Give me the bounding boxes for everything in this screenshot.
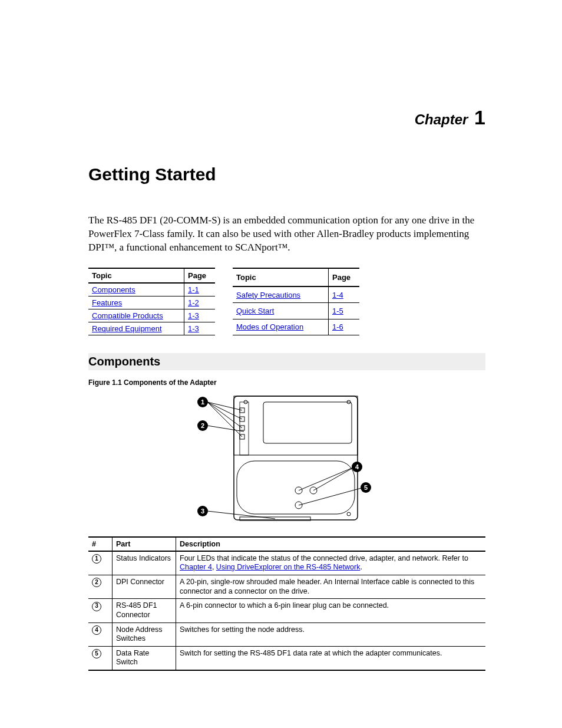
- svg-line-21: [207, 511, 275, 519]
- callout-2: 2: [197, 420, 208, 431]
- link-page[interactable]: 1-5: [332, 307, 343, 315]
- svg-line-19: [207, 402, 242, 437]
- callout-5: 5: [361, 482, 371, 493]
- link-page[interactable]: 1-4: [332, 291, 343, 299]
- row-desc: Switch for setting the RS-485 DF1 data r…: [176, 646, 486, 670]
- th-part: Part: [113, 537, 176, 551]
- link-page[interactable]: 1-6: [332, 322, 343, 331]
- row-part: Data Rate Switch: [113, 646, 176, 670]
- table-row: Quick Start 1-5: [233, 303, 359, 319]
- row-part: Node Address Switches: [113, 622, 176, 646]
- chapter-number: 1: [474, 106, 485, 129]
- table-row: Modes of Operation 1-6: [233, 319, 359, 335]
- svg-line-23: [299, 467, 355, 490]
- link-features[interactable]: Features: [92, 298, 122, 307]
- svg-point-14: [347, 512, 351, 516]
- th-num: #: [88, 537, 113, 551]
- topic-index-tables: Topic Page Components 1-1 Features 1-2 C…: [88, 268, 485, 335]
- table-row: Components 1-1: [88, 283, 215, 297]
- adapter-diagram-icon: [199, 390, 375, 526]
- section-heading-components: Components: [88, 353, 485, 370]
- th-page: Page: [329, 268, 360, 286]
- link-components[interactable]: Components: [92, 285, 135, 294]
- row-part: RS-485 DF1 Connector: [113, 599, 176, 622]
- desc-text: Four LEDs that indicate the status of th…: [180, 554, 468, 562]
- th-topic: Topic: [233, 268, 329, 286]
- table-row: 1 Status Indicators Four LEDs that indic…: [88, 551, 485, 575]
- link-page[interactable]: 1-2: [188, 298, 199, 307]
- callout-4: 4: [352, 462, 362, 472]
- row-num: 4: [92, 625, 101, 635]
- link-page[interactable]: 1-3: [188, 311, 199, 320]
- svg-rect-2: [263, 402, 352, 443]
- table-row: Compatible Products 1-3: [88, 309, 215, 322]
- link-safety-precautions[interactable]: Safety Precautions: [236, 291, 300, 299]
- table-row: Features 1-2: [88, 296, 215, 309]
- link-compatible-products[interactable]: Compatible Products: [92, 311, 163, 320]
- row-desc: A 20-pin, single-row shrouded male heade…: [176, 575, 486, 599]
- link-required-equipment[interactable]: Required Equipment: [92, 324, 162, 333]
- svg-rect-8: [237, 461, 355, 514]
- th-page: Page: [184, 268, 216, 283]
- row-part: Status Indicators: [113, 551, 176, 575]
- link-chapter-4[interactable]: Chapter 4: [180, 563, 212, 571]
- link-page[interactable]: 1-1: [188, 285, 199, 294]
- figure-caption: Figure 1.1 Components of the Adapter: [88, 378, 485, 387]
- callout-3: 3: [197, 506, 208, 516]
- svg-line-20: [207, 426, 244, 431]
- table-row: 3 RS-485 DF1 Connector A 6-pin connector…: [88, 599, 485, 622]
- svg-rect-1: [234, 396, 358, 455]
- table-row: Safety Precautions 1-4: [233, 286, 359, 303]
- table-row: Required Equipment 1-3: [88, 322, 215, 335]
- chapter-label: Chapter 1: [88, 106, 485, 129]
- row-desc: Four LEDs that indicate the status of th…: [176, 551, 486, 575]
- intro-paragraph: The RS-485 DF1 (20-COMM-S) is an embedde…: [88, 214, 485, 255]
- link-quick-start[interactable]: Quick Start: [236, 307, 274, 315]
- svg-rect-0: [234, 396, 358, 520]
- link-page[interactable]: 1-3: [188, 324, 199, 333]
- link-driveexplorer[interactable]: Using DriveExplorer on the RS-485 Networ…: [216, 563, 361, 571]
- topic-table-left: Topic Page Components 1-1 Features 1-2 C…: [88, 268, 215, 335]
- table-row: 5 Data Rate Switch Switch for setting th…: [88, 646, 485, 670]
- th-topic: Topic: [88, 268, 184, 283]
- row-num: 1: [92, 554, 101, 564]
- row-num: 3: [92, 602, 101, 611]
- figure-adapter: 1 2 3 4 5: [199, 390, 375, 526]
- svg-line-17: [207, 402, 242, 419]
- link-modes-of-operation[interactable]: Modes of Operation: [236, 322, 303, 331]
- table-row: 4 Node Address Switches Switches for set…: [88, 622, 485, 646]
- desc-text: .: [360, 563, 362, 571]
- chapter-word: Chapter: [415, 111, 468, 127]
- components-table: # Part Description 1 Status Indicators F…: [88, 536, 485, 671]
- row-desc: Switches for setting the node address.: [176, 622, 486, 646]
- callout-1: 1: [197, 397, 208, 407]
- table-row: 2 DPI Connector A 20-pin, single-row shr…: [88, 575, 485, 599]
- row-desc: A 6-pin connector to which a 6-pin linea…: [176, 599, 486, 622]
- row-num: 2: [92, 578, 101, 587]
- row-part: DPI Connector: [113, 575, 176, 599]
- row-num: 5: [92, 649, 101, 658]
- desc-text: ,: [212, 563, 216, 571]
- topic-table-right: Topic Page Safety Precautions 1-4 Quick …: [233, 268, 359, 335]
- svg-line-22: [313, 467, 355, 490]
- page: Chapter 1 Getting Started The RS-485 DF1…: [0, 0, 562, 728]
- page-title: Getting Started: [88, 164, 485, 185]
- th-desc: Description: [176, 537, 486, 551]
